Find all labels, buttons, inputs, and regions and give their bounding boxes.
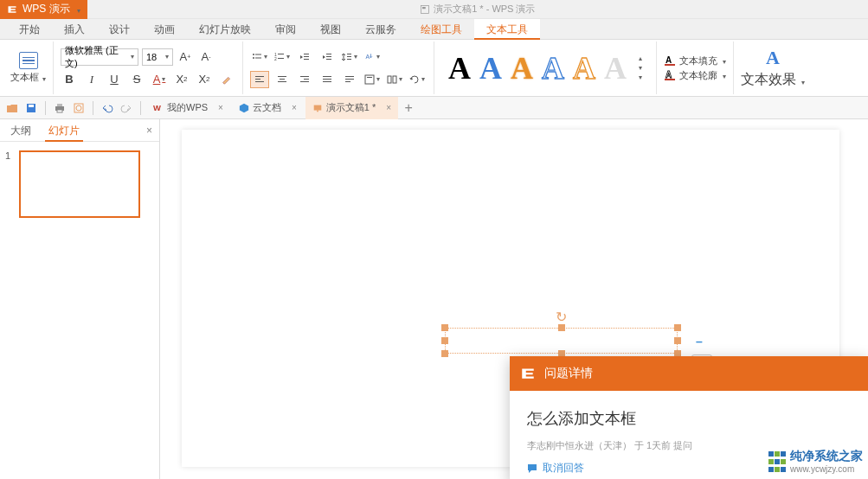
- file-tab-cloud[interactable]: 云文档 ×: [232, 97, 304, 119]
- close-icon[interactable]: ×: [386, 103, 391, 112]
- tab-slides[interactable]: 幻灯片: [45, 119, 83, 142]
- panel-close-button[interactable]: ×: [146, 125, 152, 137]
- resize-handle-mr[interactable]: [674, 337, 681, 344]
- resize-handle-tl[interactable]: [441, 324, 448, 331]
- close-icon[interactable]: ×: [292, 103, 297, 112]
- svg-rect-23: [278, 76, 286, 77]
- wordart-style-2[interactable]: A: [479, 53, 502, 84]
- svg-rect-22: [255, 81, 264, 82]
- text-effect-label: 文本效果: [741, 71, 796, 89]
- menu-slideshow[interactable]: 幻灯片放映: [187, 19, 263, 40]
- resize-handle-ml[interactable]: [441, 337, 448, 344]
- save-button[interactable]: [23, 99, 40, 117]
- menu-design[interactable]: 设计: [97, 19, 142, 40]
- numbering-button[interactable]: 12: [273, 48, 292, 66]
- textbox-button[interactable]: 文本框: [10, 71, 46, 84]
- wordart-more[interactable]: ▾: [639, 73, 642, 81]
- columns-button[interactable]: [385, 71, 404, 88]
- add-tab-button[interactable]: +: [400, 100, 417, 116]
- thumbnail-item[interactable]: 1: [5, 150, 154, 218]
- superscript-button[interactable]: X2: [173, 71, 190, 88]
- text-fill-button[interactable]: A 文本填充: [664, 54, 726, 67]
- close-icon[interactable]: ×: [218, 103, 223, 112]
- thumbnail-list: 1: [0, 142, 159, 479]
- menu-text-tools[interactable]: 文本工具: [474, 19, 540, 40]
- doc-icon: [420, 4, 430, 15]
- menu-review[interactable]: 审阅: [263, 19, 308, 40]
- popup-question: 怎么添加文本框: [527, 408, 851, 429]
- font-family-combo[interactable]: 微软雅黑 (正文)▾: [61, 48, 138, 66]
- watermark: 纯净系统之家 www.ycwjzy.com: [768, 449, 863, 474]
- menu-insert[interactable]: 插入: [52, 19, 97, 40]
- text-outline-icon: A: [664, 69, 676, 81]
- app-menu-button[interactable]: WPS 演示: [0, 0, 87, 19]
- menu-bar: 开始 插入 设计 动画 幻灯片放映 审阅 视图 云服务 绘图工具 文本工具: [0, 19, 868, 40]
- svg-rect-27: [304, 79, 309, 80]
- cancel-answer-text: 取消回答: [543, 461, 584, 476]
- underline-button[interactable]: U: [106, 71, 123, 88]
- vertical-align-button[interactable]: [363, 71, 382, 88]
- menu-view[interactable]: 视图: [308, 19, 353, 40]
- wordart-style-6[interactable]: A: [604, 53, 627, 84]
- undo-button[interactable]: [99, 99, 116, 117]
- rotate-handle[interactable]: ↻: [556, 309, 567, 325]
- font-family-value: 微软雅黑 (正文): [65, 44, 131, 70]
- file-tab-label: 演示文稿1 *: [326, 101, 376, 114]
- file-tab-mywps[interactable]: W 我的WPS ×: [146, 97, 230, 119]
- speech-icon: [527, 463, 537, 474]
- wordart-up[interactable]: ▴: [639, 54, 642, 62]
- menu-start[interactable]: 开始: [7, 19, 52, 40]
- shrink-font-button[interactable]: A-: [197, 48, 215, 66]
- slide-thumbnail[interactable]: [19, 150, 140, 218]
- text-effect-button[interactable]: 文本效果: [741, 71, 805, 89]
- svg-rect-31: [323, 81, 331, 82]
- resize-handle-bl[interactable]: [441, 350, 448, 357]
- italic-button[interactable]: I: [83, 71, 100, 88]
- svg-rect-11: [304, 56, 309, 57]
- bold-button[interactable]: B: [61, 71, 78, 88]
- wordart-style-1[interactable]: A: [448, 53, 471, 84]
- svg-rect-10: [304, 54, 309, 54]
- menu-drawing-tools[interactable]: 绘图工具: [408, 19, 474, 40]
- text-outline-button[interactable]: A 文本轮廓: [664, 69, 726, 82]
- grow-font-button[interactable]: A+: [177, 48, 194, 66]
- redo-button[interactable]: [118, 99, 135, 117]
- strike-button[interactable]: S: [128, 71, 145, 88]
- align-center-button[interactable]: [273, 71, 292, 88]
- bullets-button[interactable]: [250, 48, 269, 66]
- font-size-combo[interactable]: 18▾: [142, 48, 173, 66]
- wordart-style-4[interactable]: A: [542, 53, 564, 84]
- open-button[interactable]: [3, 99, 21, 117]
- line-spacing-button[interactable]: [340, 48, 359, 66]
- print-preview-button[interactable]: [70, 99, 87, 117]
- increase-indent-button[interactable]: [318, 48, 337, 66]
- align-justify-button[interactable]: [318, 71, 337, 88]
- wordart-style-3[interactable]: A: [511, 53, 533, 84]
- resize-handle-mt[interactable]: [558, 324, 565, 331]
- watermark-main: 纯净系统之家: [790, 449, 863, 464]
- menu-animation[interactable]: 动画: [142, 19, 187, 40]
- svg-rect-40: [665, 64, 675, 66]
- decrease-indent-button[interactable]: [295, 48, 314, 66]
- wordart-style-5[interactable]: A: [573, 53, 595, 84]
- tab-outline[interactable]: 大纲: [7, 119, 35, 142]
- file-tab-doc1[interactable]: 演示文稿1 * ×: [305, 97, 398, 119]
- rotate-text-button[interactable]: [408, 71, 427, 88]
- align-right-button[interactable]: [295, 71, 314, 88]
- selected-textbox[interactable]: ↻: [445, 328, 678, 354]
- align-left-button[interactable]: [250, 71, 269, 88]
- wordart-down[interactable]: ▾: [639, 64, 642, 72]
- clear-format-button[interactable]: [218, 71, 235, 88]
- resize-handle-tr[interactable]: [674, 324, 681, 331]
- distribute-button[interactable]: [340, 71, 359, 88]
- collapse-button[interactable]: –: [691, 334, 707, 349]
- ribbon-group-textbox: 文本框: [3, 42, 54, 94]
- subscript-button[interactable]: X2: [196, 71, 213, 88]
- menu-cloud[interactable]: 云服务: [353, 19, 408, 40]
- font-color-button[interactable]: A: [151, 71, 168, 88]
- print-button[interactable]: [51, 99, 68, 117]
- textbox-icon[interactable]: [19, 52, 38, 69]
- file-tab-label: 云文档: [253, 101, 281, 114]
- text-direction-button[interactable]: A: [363, 48, 382, 66]
- svg-rect-25: [278, 81, 286, 82]
